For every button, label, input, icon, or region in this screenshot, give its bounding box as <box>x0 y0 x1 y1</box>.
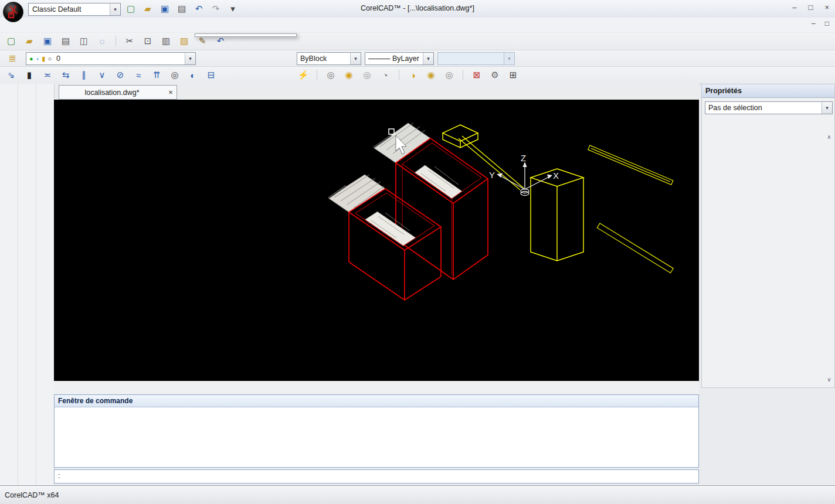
tangent-constraint-icon[interactable]: ⊘ <box>114 69 127 81</box>
lock-off-icon[interactable]: ◎ <box>443 69 456 81</box>
save-drawing-icon[interactable]: ▣ <box>41 35 54 47</box>
toolbar-options-icon[interactable]: ▾ <box>226 2 239 15</box>
command-window-title: Fenêtre de commande <box>55 395 698 407</box>
close-icon[interactable]: × <box>824 3 829 12</box>
copy-frame-icon[interactable]: ⊞ <box>507 69 520 81</box>
document-tab-label: localisation.dwg* <box>59 88 165 97</box>
selection-value: Pas de sélection <box>705 104 822 112</box>
chevron-down-icon[interactable]: ▾ <box>423 53 433 64</box>
parallel-constraint-icon[interactable]: ∥ <box>77 69 90 81</box>
chevron-down-icon: ▾ <box>504 53 514 64</box>
color-combobox[interactable]: ByBlock ▾ <box>297 52 361 65</box>
paste-icon[interactable]: ▥ <box>159 35 172 47</box>
cut-icon[interactable]: ✂ <box>123 35 136 47</box>
hide-constraints-icon[interactable]: ◎ <box>361 69 374 81</box>
open-drawing-icon[interactable]: ▰ <box>23 35 36 47</box>
coincident-constraint-icon[interactable]: ⇘ <box>5 69 18 81</box>
axis-x-label: X <box>553 171 559 181</box>
quick-access-toolbar: ▢▰▣▤↶↷▾ <box>124 2 239 15</box>
format-painter-icon[interactable]: ▨ <box>178 35 191 47</box>
print-drawing-icon[interactable]: ▤ <box>59 35 72 47</box>
selection-combobox[interactable]: Pas de sélection ▾ <box>705 101 833 114</box>
statusbar: CorelCAD™ x64 <box>0 485 835 504</box>
axis-z-label: Z <box>521 153 526 163</box>
document-tab-bar: localisation.dwg* × <box>54 84 699 100</box>
properties-scrollbar[interactable]: ∧ ∨ <box>825 134 833 383</box>
show-all-constraints-icon[interactable]: ◉ <box>342 69 355 81</box>
drawing-canvas[interactable]: Z Y X <box>54 100 699 381</box>
document-tab[interactable]: localisation.dwg* × <box>59 85 177 100</box>
lock-show-icon[interactable]: ◑ <box>406 69 419 81</box>
sheet-tab-bar <box>54 381 699 394</box>
vertical-constraint-icon[interactable]: ⇈ <box>150 69 163 81</box>
layer-color-icon: ○ <box>47 55 52 62</box>
chevron-down-icon[interactable]: ▾ <box>110 4 120 15</box>
chevron-down-icon[interactable]: ▾ <box>185 53 195 64</box>
close-tab-icon[interactable]: × <box>165 88 176 97</box>
show-constraints-icon[interactable]: ◎ <box>324 69 337 81</box>
equal-constraint-icon[interactable]: ⊟ <box>205 69 218 81</box>
cote-dropdown-menu <box>195 33 297 37</box>
separator <box>317 70 317 80</box>
copy-icon[interactable]: ⊡ <box>141 35 154 47</box>
print-icon[interactable]: ▤ <box>175 2 188 15</box>
app-version-label: CorelCAD™ x64 <box>5 491 59 499</box>
properties-panel: Propriétés Pas de sélection ▾ ∧ ∨ <box>701 84 835 388</box>
save-icon[interactable]: ▣ <box>158 2 171 15</box>
color-value: ByBlock <box>297 55 350 63</box>
axis-y-label: Y <box>489 170 495 180</box>
drawing-tools-sidebar <box>0 84 55 485</box>
angle-constraint-icon[interactable]: ∨ <box>96 69 108 81</box>
lineweight-combobox-disabled: ▾ <box>437 52 515 65</box>
workspace-selector[interactable]: Classic Default ▾ <box>28 3 121 16</box>
properties-list <box>705 134 822 384</box>
midpoint-constraint-icon[interactable]: ≍ <box>41 69 54 81</box>
open-file-icon[interactable]: ▰ <box>141 2 154 15</box>
delete-constraint-icon[interactable]: ⊠ <box>470 69 483 81</box>
redo-icon[interactable]: ↷ <box>209 2 222 15</box>
smooth-constraint-icon[interactable]: ≈ <box>132 69 145 81</box>
linetype-value: ——— ByLayer <box>365 55 423 63</box>
standard-toolbar: ▢▰▣▤◫◌✂⊡▥▨✎↶ <box>0 33 835 50</box>
new-file-icon[interactable]: ▢ <box>124 2 137 15</box>
constraint-settings-icon[interactable]: ⚙ <box>488 69 501 81</box>
separator <box>463 70 463 80</box>
chevron-down-icon[interactable]: ▾ <box>822 102 832 114</box>
command-input[interactable]: : <box>54 469 699 483</box>
fix-constraint-icon[interactable]: ▮ <box>23 69 36 81</box>
command-log <box>55 407 698 408</box>
lock-on-icon[interactable]: ◉ <box>425 69 437 81</box>
layer-name-value: 0 <box>56 55 60 63</box>
new-drawing-icon[interactable]: ▢ <box>5 35 18 47</box>
symmetry-constraint-icon[interactable]: ◐ <box>186 69 199 81</box>
properties-title: Propriétés <box>702 84 834 98</box>
layer-unlock-icon: ▮ <box>42 55 45 63</box>
auto-constrain-icon[interactable]: ⚡ <box>297 69 310 81</box>
minimize-icon[interactable]: – <box>792 3 796 12</box>
layer-combobox[interactable]: ●◖▮○0 ▾ <box>26 52 196 65</box>
doc-restore-icon[interactable]: □ <box>825 19 829 28</box>
scroll-down-icon[interactable]: ∨ <box>827 376 831 383</box>
layer-on-icon: ● <box>29 55 33 62</box>
chevron-down-icon[interactable]: ▾ <box>350 53 361 64</box>
command-window[interactable]: Fenêtre de commande <box>54 394 699 468</box>
scroll-up-icon[interactable]: ∧ <box>827 134 831 140</box>
concentric-constraint-icon[interactable]: ◎ <box>168 69 181 81</box>
format-toolbar: ≣ ●◖▮○0 ▾ ByBlock ▾ ——— ByLayer ▾ ▾ <box>0 50 835 67</box>
model-viewport[interactable]: Z Y X <box>54 100 699 381</box>
document-window-controls: – □ <box>812 19 829 28</box>
symmetric-constraint-icon[interactable]: ⇆ <box>59 69 72 81</box>
linetype-combobox[interactable]: ——— ByLayer ▾ <box>365 52 434 65</box>
constraints-toolbar: ⇘▮≍⇆∥∨⊘≈⇈◎◐⊟ ⚡◎◉◎◔◑◉◎⊠⚙⊞ <box>0 67 835 84</box>
constraint-status-icon[interactable]: ◔ <box>379 69 392 81</box>
maximize-icon[interactable]: □ <box>809 3 813 12</box>
window-controls: – □ × <box>792 3 829 12</box>
undo-icon[interactable]: ↶ <box>192 2 205 15</box>
zoom-icon[interactable]: ◌ <box>96 35 108 47</box>
print-preview-icon[interactable]: ◫ <box>77 35 90 47</box>
workspace-value: Classic Default <box>29 5 110 13</box>
layers-manager-icon[interactable]: ≣ <box>6 52 19 64</box>
menubar <box>0 18 835 32</box>
app-logo <box>2 1 24 23</box>
doc-minimize-icon[interactable]: – <box>812 19 816 28</box>
